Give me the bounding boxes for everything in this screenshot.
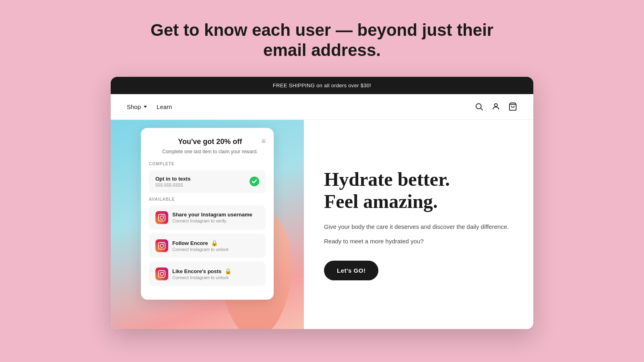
svg-point-2	[494, 104, 497, 107]
instagram-logo-1	[155, 211, 168, 224]
task-like-title-text: Like Encore's posts	[172, 268, 221, 274]
cta-button[interactable]: Let's GO!	[324, 261, 378, 280]
lock-icon-2: 🔒	[225, 268, 231, 274]
task-share-ig-title: Share your Instagram username	[172, 212, 252, 218]
announcement-bar: FREE SHIPPING on all orders over $30!	[111, 77, 533, 94]
task-share-instagram[interactable]: Share your Instagram username Connect In…	[149, 206, 266, 230]
account-icon[interactable]	[491, 102, 500, 111]
check-complete-icon	[250, 177, 259, 186]
instagram-logo-3	[155, 267, 168, 280]
widget-subtitle: Complete one last item to claim your rew…	[159, 148, 261, 155]
instagram-logo-2	[155, 239, 168, 252]
widget-title: You've got 20% off	[159, 138, 261, 146]
task-share-ig-subtitle: Connect Instagram to verify	[172, 218, 252, 223]
svg-point-9	[163, 243, 164, 244]
announcement-text: FREE SHIPPING on all orders over $30!	[273, 82, 371, 88]
page-headline: Get to know each user — beyond just thei…	[141, 20, 503, 61]
task-like-subtitle: Connect Instagram to unlock	[172, 275, 231, 280]
task-like-title: Like Encore's posts 🔒	[172, 268, 231, 274]
task-follow-title: Follow Encore 🔒	[172, 240, 229, 246]
hero-desc2: Ready to meet a more hydrated you?	[324, 237, 513, 246]
task-follow-encore[interactable]: Follow Encore 🔒 Connect Instagram to unl…	[149, 234, 266, 258]
right-panel: Hydrate better. Feel amazing. Give your …	[304, 120, 533, 329]
nav-learn[interactable]: Learn	[157, 103, 172, 110]
learn-label: Learn	[157, 103, 172, 110]
complete-section-label: COMPLETE	[149, 162, 266, 166]
hero-desc1: Give your body the care it deserves and …	[324, 222, 513, 232]
cart-icon[interactable]	[508, 102, 517, 111]
task-opt-in-title: Opt in to texts	[155, 176, 190, 182]
nav-right	[475, 102, 517, 111]
search-icon[interactable]	[475, 102, 483, 111]
task-opt-in-texts[interactable]: Opt in to texts 555-555-5555	[149, 170, 266, 193]
nav-bar: Shop Learn	[111, 94, 533, 120]
task-follow-subtitle: Connect Instagram to unlock	[172, 247, 229, 252]
svg-point-11	[160, 272, 163, 275]
left-panel: You've got 20% off Complete one last ite…	[111, 120, 304, 329]
svg-line-1	[481, 108, 483, 110]
browser-window: FREE SHIPPING on all orders over $30! Sh…	[111, 77, 533, 329]
svg-point-5	[160, 216, 163, 219]
hero-title-line1: Hydrate better.	[324, 169, 450, 190]
svg-point-6	[163, 215, 164, 216]
hamburger-icon[interactable]: ≡	[261, 138, 266, 145]
svg-point-8	[160, 244, 163, 247]
nav-left: Shop Learn	[127, 103, 172, 110]
hero-title-line2: Feel amazing.	[324, 191, 438, 212]
svg-rect-4	[159, 214, 165, 221]
nav-shop[interactable]: Shop	[127, 103, 147, 110]
task-follow-title-text: Follow Encore	[172, 240, 208, 246]
widget-title-area: You've got 20% off Complete one last ite…	[159, 138, 261, 155]
task-opt-in-subtitle: 555-555-5555	[155, 183, 190, 187]
widget-card: You've got 20% off Complete one last ite…	[141, 128, 274, 300]
shop-chevron-icon	[144, 106, 147, 108]
main-content: You've got 20% off Complete one last ite…	[111, 120, 533, 329]
svg-point-12	[163, 272, 164, 272]
svg-point-0	[476, 104, 481, 109]
widget-header: You've got 20% off Complete one last ite…	[149, 138, 266, 155]
available-section-label: AVAILABLE	[149, 197, 266, 202]
task-like-posts[interactable]: Like Encore's posts 🔒 Connect Instagram …	[149, 262, 266, 286]
svg-rect-7	[159, 242, 165, 249]
hero-title: Hydrate better. Feel amazing.	[324, 168, 513, 212]
svg-rect-10	[159, 270, 165, 277]
lock-icon-1: 🔒	[211, 240, 218, 246]
shop-label: Shop	[127, 103, 141, 110]
